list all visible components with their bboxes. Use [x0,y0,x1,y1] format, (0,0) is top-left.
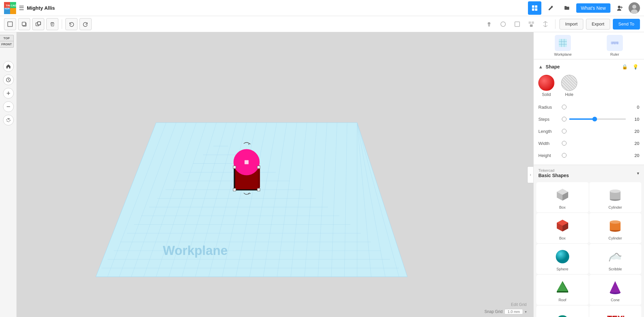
length-value[interactable]: 20 [629,129,639,134]
svg-rect-7 [532,5,534,8]
hole-circle [561,75,577,91]
steps-label: Steps [538,117,562,122]
shape-item-round-roof[interactable]: Round Roof [536,306,589,317]
round-roof-icon [553,309,572,317]
svg-marker-114 [557,291,568,293]
redo-btn[interactable] [79,18,92,30]
hamburger-icon[interactable]: ☰ [19,4,24,12]
svg-point-11 [618,6,621,8]
home-nav-btn[interactable] [3,61,14,72]
snap-grid-value[interactable]: 1.0 mm [504,309,523,314]
svg-text:KER: KER [5,7,10,10]
shape-item-cone-purple[interactable]: Cone [589,275,642,305]
svg-text:Workplane: Workplane [163,244,227,258]
edit-grid-label[interactable]: Edit Grid [511,302,527,307]
solid-label: Solid [542,92,551,97]
user-avatar[interactable] [629,2,640,14]
shape-types: Solid Hole [538,75,639,97]
svg-rect-86 [233,188,236,191]
info-btn[interactable]: 💡 [631,63,639,71]
box-gray-label: Box [559,205,566,209]
delete-btn[interactable] [46,18,58,30]
width-circle[interactable] [562,141,567,146]
add-user-btn[interactable] [613,1,627,15]
width-value[interactable]: 20 [629,141,639,146]
shape-panel-icons: 🔒 💡 [621,63,639,71]
shape-item-cylinder-orange[interactable]: Cylinder [589,213,642,243]
solid-shape-type[interactable]: Solid [538,75,554,97]
undo-btn[interactable] [65,18,77,30]
snap-grid-dropdown-icon[interactable]: ▾ [525,310,527,314]
shape-item-scribble[interactable]: Scribble [589,244,642,274]
shape-props: Radius 0 Steps 10 Length [538,102,639,160]
mirror-btn[interactable] [540,18,551,30]
chevron-down-icon: ▾ [637,171,639,176]
group-btn[interactable] [526,18,537,30]
svg-rect-22 [488,25,490,26]
rotate-btn[interactable] [3,115,14,125]
svg-rect-27 [532,21,534,24]
svg-rect-10 [535,8,537,11]
circle-btn[interactable] [497,18,509,30]
shape-item-cylinder-gray[interactable]: Cylinder [589,182,642,212]
user-area[interactable] [613,1,640,15]
radius-value[interactable]: 0 [629,105,639,110]
import-btn[interactable]: Import [559,19,583,30]
send-to-btn[interactable]: Send To [613,19,640,30]
reset-nav-btn[interactable] [3,74,14,85]
hole-shape-type[interactable]: Hole [561,75,577,97]
lock-btn[interactable]: 🔒 [621,63,629,71]
cylinder-gray-icon [606,186,624,204]
height-value[interactable]: 20 [629,153,639,158]
nav-right: What's New [528,1,640,15]
new-shape-btn[interactable] [4,18,16,30]
view-front-label[interactable]: FRONT [0,41,14,48]
steps-circle[interactable] [562,117,567,121]
viewport[interactable]: Workplane [17,32,533,317]
radius-circle[interactable] [562,105,567,109]
steps-value[interactable]: 10 [629,117,639,122]
shape-item-sphere-blue[interactable]: Sphere [536,244,589,274]
steps-slider[interactable] [569,118,626,120]
svg-rect-19 [38,22,41,25]
workplane-item[interactable]: Workplane [538,35,588,56]
export-btn[interactable]: Export [586,19,610,30]
svg-rect-25 [515,22,520,27]
shape-item-text[interactable]: TEXT TEXT Text [589,306,642,317]
sphere-blue-label: Sphere [556,267,568,271]
svg-point-104 [610,190,621,193]
light-bulb-btn[interactable] [483,18,495,30]
whats-new-btn[interactable]: What's New [576,3,610,13]
shape-item-box-gray[interactable]: Box [536,182,589,212]
toolbar: Import Export Send To [0,16,644,32]
view-cube[interactable]: TOP FRONT [0,35,18,56]
grid-view-btn[interactable] [528,1,541,15]
box-red-label: Box [559,236,566,240]
ruler-icon [607,35,623,51]
height-circle[interactable] [562,153,567,158]
shape-item-box-red[interactable]: Box [536,213,589,243]
ruler-item[interactable]: Ruler [590,35,640,56]
svg-rect-15 [8,22,12,27]
shape-item-roof-green[interactable]: Roof [536,275,589,305]
collapse-arrow[interactable]: ▲ [538,64,543,69]
zoom-out-btn[interactable] [3,101,14,112]
library-dropdown[interactable]: ▾ [637,171,639,176]
length-circle[interactable] [562,129,567,134]
copy-btn[interactable] [18,18,30,30]
duplicate-btn[interactable] [32,18,44,30]
svg-rect-23 [488,26,490,27]
text-icon: TEXT TEXT [606,309,624,317]
wrench-btn[interactable] [544,1,557,15]
tinkercad-logo: TIN KER CAD [4,2,16,14]
steps-row: Steps 10 [538,114,639,124]
zoom-in-btn[interactable] [3,88,14,99]
cylinder-orange-icon [606,217,624,235]
expand-panel-btn[interactable]: › [527,166,533,183]
cone-purple-icon [606,278,624,297]
folder-btn[interactable] [560,1,574,15]
scribble-label: Scribble [608,267,622,271]
square-btn[interactable] [512,18,523,30]
shape-panel: ▲ Shape 🔒 💡 Solid Hole [534,59,644,165]
view-top-label[interactable]: TOP [0,35,14,42]
